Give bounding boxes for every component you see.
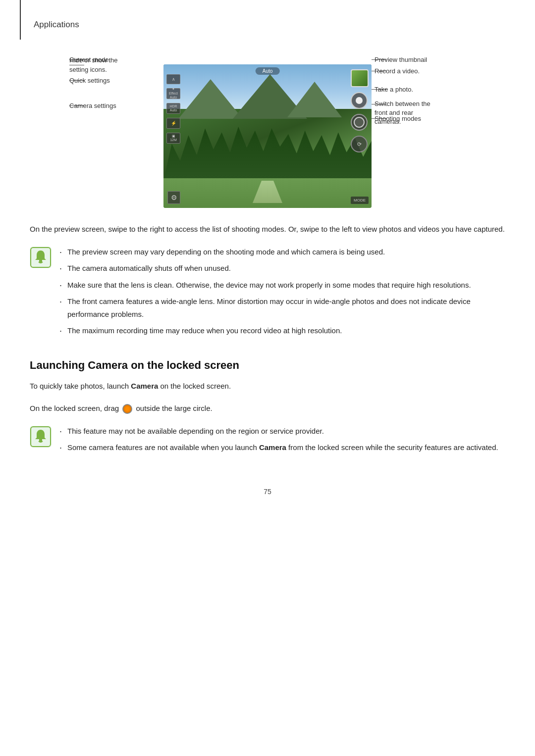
cam-resolution-icon[interactable]: ▣12M: [166, 133, 180, 144]
bullets-list-1: The preview screen may vary depending on…: [59, 246, 505, 341]
note-block-2: This feature may not be available depend…: [30, 425, 505, 458]
camera-diagram: Current mode Hide or show thesetting ico…: [30, 50, 505, 208]
cam-mode-button[interactable]: MODE: [351, 197, 369, 204]
locked-bullet-1: This feature may not be available depend…: [59, 425, 505, 438]
note-icon-2: [30, 426, 52, 448]
label-switch-cameras: Switch between thefront and rearcameras.: [374, 100, 430, 127]
page-number: 75: [30, 488, 505, 496]
section-para-2-after: outside the large circle.: [136, 404, 212, 412]
cam-gear-icon[interactable]: ⚙: [167, 191, 180, 204]
camera-drag-icon: [122, 404, 132, 414]
svg-rect-7: [39, 439, 42, 441]
note-icon-1: [30, 247, 52, 268]
cam-left-panel: ∧ ✦EffectAuto HDRAuto ⚡ ▣12M: [166, 74, 180, 144]
section-heading: Launching Camera on the locked screen: [30, 359, 505, 372]
page-title: Applications: [34, 20, 505, 30]
note-block-1: The preview screen may vary depending on…: [30, 246, 505, 341]
intro-paragraph: On the preview screen, swipe to the righ…: [30, 223, 505, 236]
cam-preview-thumbnail: [351, 69, 369, 87]
cam-right-panel: ⟳: [351, 69, 369, 152]
diagram-right-labels: Preview thumbnail Record a video. Take a…: [372, 50, 466, 119]
section-para-1-after: on the locked screen.: [158, 382, 231, 390]
cam-effect-icon[interactable]: ✦EffectAuto: [166, 88, 180, 99]
section-para-1-bold: Camera: [131, 382, 158, 390]
bullet-item-5: The maximum recording time may reduce wh…: [59, 324, 505, 337]
locked-bullet-2: Some camera features are not available w…: [59, 441, 505, 454]
section-para-2: On the locked screen, drag outside the l…: [30, 402, 505, 415]
camera-screen: Auto ⟳ ∧ ✦EffectAuto: [163, 64, 372, 208]
bullet-item-3: Make sure that the lens is clean. Otherw…: [59, 279, 505, 292]
cam-switch-camera-button[interactable]: ⟳: [351, 136, 368, 152]
section-para-1-before: To quickly take photos, launch: [30, 382, 131, 390]
main-content: On the preview screen, swipe to the righ…: [30, 223, 505, 458]
label-hide-show: Hide or show thesetting icons.: [69, 56, 118, 74]
bullets-list-2: This feature may not be available depend…: [59, 425, 505, 458]
cam-hide-icon[interactable]: ∧: [166, 74, 180, 84]
label-record-video: Record a video.: [374, 67, 420, 75]
left-border-decoration: [20, 0, 21, 40]
diagram-left-labels: Current mode Hide or show thesetting ico…: [69, 50, 163, 109]
label-camera-settings: Camera settings: [69, 102, 116, 109]
bullet-item-4: The front camera features a wide-angle l…: [59, 295, 505, 320]
label-quick-settings: Quick settings: [69, 77, 110, 84]
label-shooting-modes: Shooting modes: [374, 115, 421, 122]
cam-record-button[interactable]: [351, 92, 368, 109]
label-take-photo: Take a photo.: [374, 86, 413, 93]
cam-mode-label: Auto: [256, 67, 280, 75]
cam-hdr-icon[interactable]: HDRAuto: [166, 103, 180, 114]
section-para-2-before: On the locked screen, drag: [30, 404, 121, 412]
section-para-1: To quickly take photos, launch Camera on…: [30, 380, 505, 393]
bullet-item-1: The preview screen may vary depending on…: [59, 246, 505, 258]
bullet-item-2: The camera automatically shuts off when …: [59, 262, 505, 275]
cam-photo-button[interactable]: [351, 114, 368, 131]
svg-rect-3: [39, 260, 42, 262]
label-preview-thumbnail: Preview thumbnail: [374, 56, 427, 63]
cam-flash-icon[interactable]: ⚡: [166, 118, 180, 129]
